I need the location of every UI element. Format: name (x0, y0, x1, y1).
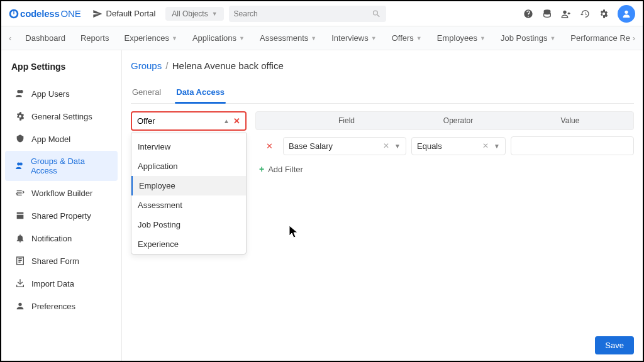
top-header: codelessONE Default Portal All Objects ▼ (1, 1, 643, 26)
add-filter-button[interactable]: + Add Filter (259, 164, 634, 174)
nav-applications[interactable]: Applications▼ (185, 33, 252, 43)
sidebar-item-label: General Settings (31, 112, 92, 121)
nav-interviews[interactable]: Interviews▼ (324, 33, 384, 43)
sidebar-icon (15, 256, 25, 266)
clear-icon[interactable]: ✕ (233, 116, 240, 126)
sidebar-item-label: Workflow Builder (31, 189, 92, 198)
dropdown-option-employee[interactable]: Employee (131, 176, 246, 195)
chevron-down-icon: ▼ (480, 35, 486, 41)
user-avatar[interactable] (618, 5, 635, 23)
nav-experiences[interactable]: Experiences▼ (116, 33, 184, 43)
add-filter-label: Add Filter (268, 165, 303, 174)
all-objects-label: All Objects (172, 9, 208, 18)
chevron-down-icon: ▼ (550, 35, 555, 41)
sidebar-icon (15, 134, 25, 144)
breadcrumb: Groups / Helena Avenue back office (131, 60, 634, 84)
sidebar-item-shared-form[interactable]: Shared Form (5, 250, 118, 272)
nav-reports[interactable]: Reports (73, 33, 117, 43)
sidebar-icon (15, 301, 25, 311)
nav-scroll-left[interactable]: ‹ (6, 33, 14, 43)
dropdown-option-job posting[interactable]: Job Posting (131, 215, 246, 234)
top-actions (523, 5, 635, 23)
database-icon[interactable] (542, 9, 552, 19)
all-objects-selector[interactable]: All Objects ▼ (165, 7, 223, 21)
object-selector[interactable]: ▲ ✕ InterviewApplicationEmployeeAssessme… (131, 111, 247, 131)
user-plus-icon[interactable] (561, 9, 571, 19)
header-operator: Operator (409, 116, 507, 125)
sidebar-item-label: App Model (31, 134, 70, 144)
object-selector-input[interactable] (137, 116, 219, 126)
dropdown-option-application[interactable]: Application (131, 156, 246, 176)
chevron-down-icon: ▼ (371, 35, 377, 41)
dropdown-option-experience[interactable]: Experience (131, 234, 246, 254)
filter-row: ✕ Base Salary ✕ ▼ Equals ✕ ▼ (255, 136, 634, 155)
dropdown-option-interview[interactable]: Interview (131, 137, 246, 156)
chevron-down-icon: ▼ (416, 35, 422, 41)
nav-job postings[interactable]: Job Postings▼ (493, 33, 563, 43)
sidebar-item-import-data[interactable]: Import Data (5, 273, 118, 294)
clear-icon[interactable]: ✕ (383, 141, 389, 150)
global-search[interactable] (229, 6, 386, 22)
object-dropdown: InterviewApplicationEmployeeAssessmentJo… (131, 133, 247, 255)
tabs: GeneralData Access (131, 84, 634, 104)
sidebar-item-general-settings[interactable]: General Settings (5, 106, 118, 127)
nav-scroll-right[interactable]: › (630, 33, 638, 43)
sidebar-item-preferences[interactable]: Preferences (5, 295, 118, 317)
filter-field-select[interactable]: Base Salary ✕ ▼ (283, 137, 406, 155)
breadcrumb-root[interactable]: Groups (131, 60, 162, 71)
chevron-down-icon: ▼ (212, 11, 218, 17)
svg-point-4 (625, 10, 628, 13)
user-icon (621, 9, 631, 19)
tab-general[interactable]: General (131, 84, 162, 103)
search-input[interactable] (234, 9, 372, 18)
filter-operator-select[interactable]: Equals ✕ ▼ (411, 137, 506, 155)
save-button[interactable]: Save (595, 336, 634, 354)
sidebar-icon (15, 233, 25, 243)
sidebar-icon (15, 188, 25, 198)
breadcrumb-sep: / (163, 60, 171, 71)
portal-label: Default Portal (106, 9, 156, 18)
chevron-down-icon[interactable]: ▼ (494, 143, 500, 150)
plus-icon: + (259, 164, 264, 174)
nav-dashboard[interactable]: Dashboard (14, 33, 73, 43)
sidebar-item-label: Notification (31, 234, 72, 243)
remove-filter-icon[interactable]: ✕ (255, 141, 283, 151)
main-nav: ‹ DashboardReportsExperiences▼Applicatio… (1, 26, 643, 50)
app-logo[interactable]: codelessONE (9, 8, 81, 19)
chevron-down-icon[interactable]: ▼ (394, 143, 401, 150)
sidebar-title: App Settings (1, 55, 121, 82)
sidebar-item-shared-property[interactable]: Shared Property (5, 205, 118, 226)
nav-employees[interactable]: Employees▼ (430, 33, 493, 43)
nav-performance reviews[interactable]: Performance Reviews▼ (563, 33, 630, 43)
sidebar-item-workflow-builder[interactable]: Workflow Builder (5, 182, 118, 204)
settings-sidebar: App Settings App UsersGeneral SettingsAp… (1, 50, 122, 361)
sidebar-item-app-users[interactable]: App Users (5, 83, 118, 104)
history-icon[interactable] (580, 9, 590, 19)
logo-text-main: codeless (20, 8, 60, 19)
portal-selector[interactable]: Default Portal (92, 9, 156, 19)
dropdown-option-assessment[interactable]: Assessment (131, 195, 246, 215)
gear-icon[interactable] (599, 9, 609, 19)
paper-plane-icon (92, 9, 103, 19)
caret-up-icon[interactable]: ▲ (223, 118, 230, 124)
tab-data access[interactable]: Data Access (175, 84, 226, 103)
svg-rect-1 (13, 10, 14, 14)
sidebar-item-notification[interactable]: Notification (5, 228, 118, 249)
sidebar-item-label: Import Data (31, 279, 74, 288)
breadcrumb-current: Helena Avenue back office (172, 60, 284, 71)
header-field: Field (284, 116, 409, 125)
logo-icon (9, 9, 19, 19)
filters-panel: Field Operator Value ✕ Base Salary ✕ ▼ E… (255, 111, 634, 174)
nav-assessments[interactable]: Assessments▼ (252, 33, 324, 43)
main-panel: Groups / Helena Avenue back office Gener… (122, 50, 643, 361)
sidebar-icon (15, 111, 25, 121)
chevron-down-icon: ▼ (172, 35, 177, 41)
sidebar-item-label: Preferences (31, 302, 75, 311)
sidebar-item-groups-data-access[interactable]: Groups & Data Access (5, 151, 118, 181)
clear-icon[interactable]: ✕ (482, 141, 489, 150)
help-circle-icon[interactable] (523, 9, 533, 19)
sidebar-item-app-model[interactable]: App Model (5, 128, 118, 150)
filter-field-value: Base Salary (289, 141, 333, 151)
filter-value-input[interactable] (511, 136, 634, 155)
nav-offers[interactable]: Offers▼ (384, 33, 430, 43)
